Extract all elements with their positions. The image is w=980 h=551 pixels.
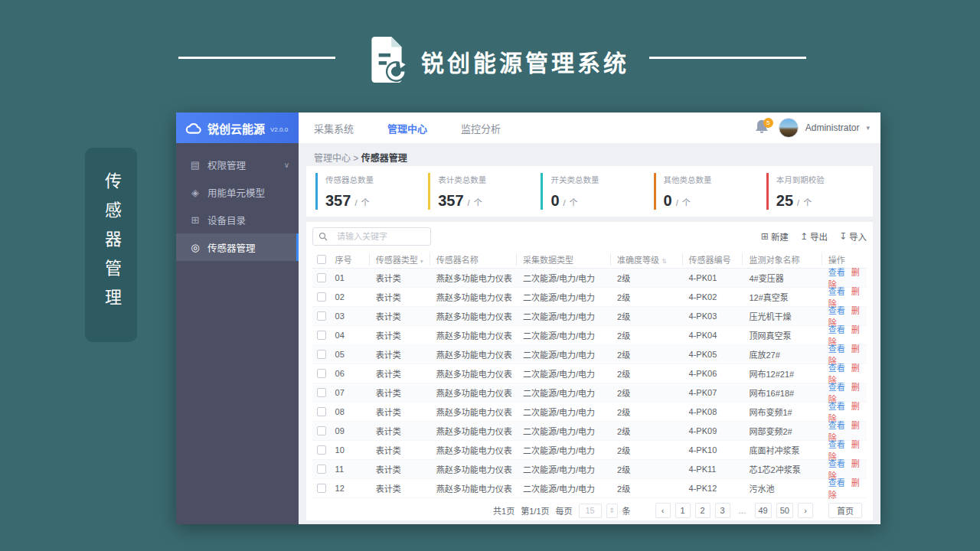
cell-accuracy: 2级 bbox=[610, 463, 682, 475]
page-number-button[interactable]: 1 bbox=[675, 503, 691, 518]
header-accuracy[interactable]: 准确度等级⇅ bbox=[610, 253, 682, 266]
table-panel: ⊞ 新建 ↥ 导出 ↧ 导入 序号 传感器类型▾ 传感器名称 采集数据类型 准确… bbox=[306, 222, 873, 520]
vertical-section-tab: 传感器管理 bbox=[85, 148, 137, 342]
prev-page-button[interactable]: ‹ bbox=[655, 503, 671, 518]
per-page-input[interactable]: 15 bbox=[579, 504, 602, 518]
cell-code: 4-PK07 bbox=[682, 388, 743, 397]
view-link[interactable]: 查看 bbox=[828, 325, 845, 334]
search-input[interactable] bbox=[328, 232, 416, 241]
import-button[interactable]: ↧ 导入 bbox=[839, 230, 867, 243]
row-checkbox[interactable] bbox=[317, 426, 326, 435]
table-row: 06 表计类 燕赵多功能电力仪表 二次能源/电力/电力 2级 4-PK06 网布… bbox=[312, 364, 867, 383]
cell-no: 02 bbox=[335, 292, 369, 302]
header-type[interactable]: 传感器类型▾ bbox=[369, 253, 430, 266]
view-link[interactable]: 查看 bbox=[828, 402, 845, 411]
row-checkbox[interactable] bbox=[317, 292, 326, 302]
notification-bell[interactable]: 5 bbox=[755, 119, 772, 137]
top-nav-item[interactable]: 监控分析 bbox=[461, 121, 501, 135]
notification-badge: 5 bbox=[763, 118, 773, 128]
sidebar-menu-item[interactable]: ⊞ 设备目录 ∨ bbox=[176, 206, 299, 233]
cell-name: 燕赵多功能电力仪表 bbox=[430, 272, 516, 284]
view-link[interactable]: 查看 bbox=[828, 478, 845, 487]
table-row: 12 表计类 燕赵多功能电力仪表 二次能源/电力/电力 2级 4-PK12 污水… bbox=[312, 479, 867, 498]
view-link[interactable]: 查看 bbox=[828, 440, 845, 449]
view-link[interactable]: 查看 bbox=[828, 344, 845, 354]
stat-slash: / bbox=[354, 198, 357, 207]
stat-slash: / bbox=[468, 198, 470, 207]
user-dropdown-caret-icon[interactable]: ▾ bbox=[866, 124, 870, 132]
top-nav-item[interactable]: 采集系统 bbox=[314, 121, 354, 135]
select-all-checkbox[interactable] bbox=[317, 255, 326, 264]
breadcrumb-parent[interactable]: 管理中心 bbox=[314, 153, 351, 164]
cell-name: 燕赵多功能电力仪表 bbox=[430, 291, 516, 303]
next-page-button[interactable]: › bbox=[798, 503, 813, 518]
cell-no: 07 bbox=[335, 388, 369, 397]
stat-value: 0 bbox=[664, 192, 672, 210]
cell-target: 网布16#18# bbox=[742, 386, 821, 399]
cell-no: 06 bbox=[335, 369, 369, 378]
view-link[interactable]: 查看 bbox=[828, 306, 845, 315]
cell-type: 表计类 bbox=[369, 310, 430, 322]
sidebar-menu-item[interactable]: ◈ 用能单元模型 ∨ bbox=[176, 178, 299, 206]
cell-target: 网布12#21# bbox=[742, 367, 821, 380]
row-checkbox[interactable] bbox=[317, 388, 326, 397]
cell-accuracy: 2级 bbox=[610, 367, 682, 380]
cell-accuracy: 2级 bbox=[610, 310, 682, 322]
row-checkbox[interactable] bbox=[317, 369, 326, 378]
top-nav-item[interactable]: 管理中心 bbox=[387, 121, 427, 135]
page-number-button[interactable]: 2 bbox=[695, 503, 710, 518]
cell-name: 燕赵多功能电力仪表 bbox=[430, 425, 516, 437]
cell-name: 燕赵多功能电力仪表 bbox=[430, 329, 516, 341]
table-row: 04 表计类 燕赵多功能电力仪表 二次能源/电力/电力 2级 4-PK04 顶网… bbox=[312, 326, 867, 345]
view-link[interactable]: 查看 bbox=[828, 287, 845, 296]
filter-icon[interactable]: ▾ bbox=[420, 258, 423, 265]
sort-icon[interactable]: ⇅ bbox=[662, 258, 667, 265]
view-link[interactable]: 查看 bbox=[828, 364, 845, 373]
view-link[interactable]: 查看 bbox=[828, 383, 845, 392]
current-page-text: 第1/1页 bbox=[521, 504, 549, 517]
app-logo-name: 锐创云能源 bbox=[207, 120, 265, 136]
row-checkbox[interactable] bbox=[317, 311, 326, 321]
first-page-button[interactable]: 首页 bbox=[828, 503, 862, 518]
avatar[interactable] bbox=[779, 118, 799, 138]
menu-item-label: 用能单元模型 bbox=[207, 185, 265, 200]
cell-accuracy: 2级 bbox=[610, 406, 682, 418]
header-actions: 操作 bbox=[822, 253, 867, 266]
navbar-right: 5 Administrator ▾ bbox=[755, 112, 870, 143]
page-number-button[interactable]: 3 bbox=[715, 503, 730, 518]
cell-data-type: 二次能源/电力/电力 bbox=[516, 272, 610, 284]
page-number-button[interactable]: 49 bbox=[755, 503, 772, 518]
view-link[interactable]: 查看 bbox=[828, 459, 845, 468]
row-checkbox[interactable] bbox=[317, 407, 326, 416]
export-button[interactable]: ↥ 导出 bbox=[800, 230, 828, 243]
per-page-unit: 条 bbox=[622, 504, 631, 517]
table-row: 05 表计类 燕赵多功能电力仪表 二次能源/电力/电力 2级 4-PK05 底放… bbox=[312, 345, 867, 364]
menu-item-label: 权限管理 bbox=[207, 158, 246, 172]
cell-type: 表计类 bbox=[369, 291, 430, 303]
row-checkbox[interactable] bbox=[317, 273, 326, 282]
sidebar-menu: ▤ 权限管理 ∨ ◈ 用能单元模型 ∨ ⊞ 设备目录 ∨ ◎ 传感器管理 ∨ bbox=[176, 143, 299, 261]
row-checkbox[interactable] bbox=[317, 484, 326, 493]
view-link[interactable]: 查看 bbox=[828, 421, 845, 430]
row-checkbox[interactable] bbox=[317, 445, 326, 455]
per-page-stepper-icon[interactable]: ⇕ bbox=[606, 504, 618, 518]
username[interactable]: Administrator bbox=[805, 122, 860, 133]
top-navbar: 采集系统管理中心监控分析 5 Administrator ▾ bbox=[299, 112, 880, 143]
sidebar-menu-item[interactable]: ◎ 传感器管理 ∨ bbox=[176, 233, 299, 261]
stat-value: 357 bbox=[325, 192, 351, 210]
cell-target: 底面衬冲浆泵 bbox=[742, 444, 821, 456]
page-number-button[interactable]: … bbox=[735, 503, 750, 518]
row-checkbox[interactable] bbox=[317, 350, 326, 359]
view-link[interactable]: 查看 bbox=[828, 268, 845, 277]
cell-name: 燕赵多功能电力仪表 bbox=[430, 386, 516, 399]
cell-name: 燕赵多功能电力仪表 bbox=[430, 482, 516, 494]
stat-label: 开关类总数量 bbox=[550, 173, 645, 185]
row-checkbox[interactable] bbox=[317, 331, 326, 340]
table-row: 01 表计类 燕赵多功能电力仪表 二次能源/电力/电力 2级 4-PK01 4#… bbox=[312, 269, 867, 288]
row-checkbox[interactable] bbox=[317, 465, 326, 474]
new-button[interactable]: ⊞ 新建 bbox=[761, 230, 789, 243]
search-icon bbox=[318, 232, 328, 241]
sidebar-menu-item[interactable]: ▤ 权限管理 ∨ bbox=[176, 151, 299, 178]
breadcrumb-current: 传感器管理 bbox=[361, 153, 407, 164]
page-number-button[interactable]: 50 bbox=[776, 503, 793, 518]
